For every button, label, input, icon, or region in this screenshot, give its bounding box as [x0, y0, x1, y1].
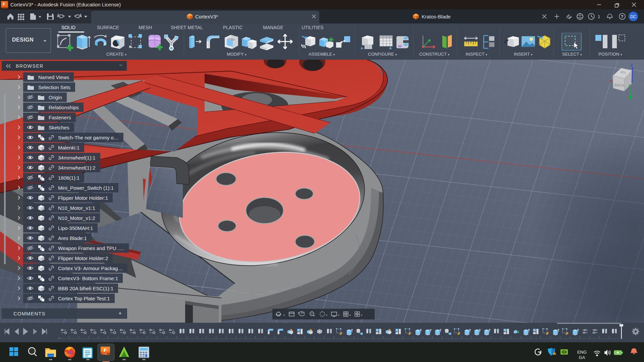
svg-text:F: F — [3, 2, 5, 7]
svg-text:DC: DC — [630, 14, 636, 19]
svg-text:GA: GA — [579, 355, 585, 360]
svg-text:BACK: BACK — [614, 83, 625, 87]
svg-text:1: 1 — [598, 14, 600, 19]
svg-text:Z: Z — [631, 63, 633, 67]
svg-text:FUS: FUS — [103, 353, 107, 355]
svg-text:?: ? — [621, 14, 623, 19]
svg-text:F: F — [104, 347, 107, 353]
svg-text:ENG: ENG — [577, 350, 587, 355]
svg-text:X: X — [610, 79, 612, 83]
